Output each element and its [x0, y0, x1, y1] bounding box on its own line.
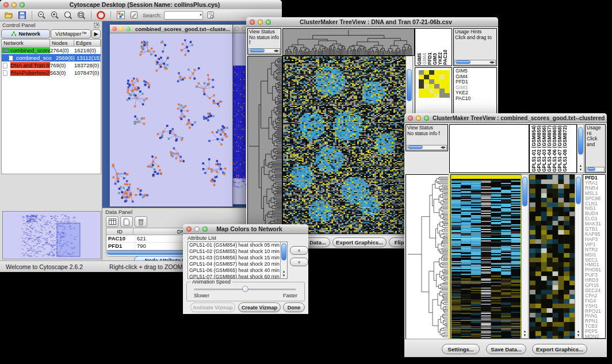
tv2-zoom-heatmap-canvas[interactable]: [529, 174, 576, 340]
frame-zoom-button[interactable]: [242, 26, 246, 31]
help-lifering-icon[interactable]: [95, 10, 106, 20]
tv2-labels-scrollbar[interactable]: ▲▼: [577, 124, 584, 173]
tv2-titlebar[interactable]: ClusterMaker TreeView : combined_scores_…: [404, 113, 607, 123]
main-titlebar[interactable]: Cytoscape Desktop (Session Name: collins…: [0, 0, 282, 10]
frame-zoom-button[interactable]: [126, 26, 131, 31]
attribute-list-scrollbar[interactable]: ▲▼: [280, 242, 287, 278]
usage-hints-scrollbar[interactable]: ◀▶: [454, 60, 496, 65]
matrix-cell: [445, 89, 450, 93]
tv2-heatmap-scrollbar[interactable]: ▲▼: [521, 174, 529, 339]
animate-vizmap-button[interactable]: Animate Vizmap: [190, 302, 235, 312]
tab-vizmapper-label: VizMapper™: [55, 30, 87, 37]
attribute-list[interactable]: GPL51-01 (GSM854) heat shock 05 minGPL51…: [188, 242, 288, 279]
minimize-button[interactable]: [12, 2, 17, 7]
tab-vizmapper[interactable]: VizMapper™: [51, 29, 91, 39]
view-status-scrollbar[interactable]: ◀▶: [407, 145, 447, 150]
tv2-array-tree-panel[interactable]: [449, 124, 529, 173]
create-vizmap-button[interactable]: Create Vizmap: [238, 302, 281, 312]
close-button[interactable]: [250, 20, 255, 25]
tv1-view-status-panel: View Status No status info f ◀▶: [247, 28, 281, 55]
tv1-usage-hints-panel: Usage Hints Click and drag to ◀▶: [453, 28, 497, 66]
close-button[interactable]: [186, 227, 192, 232]
attribute-item: GPL51-03 (GSM856) heat shock 15 min: [188, 255, 287, 261]
network-row-dna-tran[interactable]: DNA and Tran 07 769(0) 183728(0): [2, 62, 101, 69]
minimize-button[interactable]: [416, 116, 421, 121]
matrix-cell: [429, 89, 434, 93]
network-frame-main[interactable]: combined_scores_good.txt--cluste...: [109, 24, 233, 207]
delete-attribute-icon[interactable]: [135, 216, 147, 227]
tv1-export-graphics-button[interactable]: Export Graphics...: [332, 237, 387, 247]
network-frame-titlebar[interactable]: combined_scores_good.txt--cluste...: [110, 25, 232, 33]
close-button[interactable]: [408, 116, 413, 121]
float-panel-icon[interactable]: [94, 22, 100, 28]
overview-canvas[interactable]: [3, 212, 100, 258]
save-session-icon[interactable]: [17, 10, 28, 20]
usage-hints-scrollbar[interactable]: [586, 167, 605, 172]
matrix-cell: [424, 89, 429, 93]
desktop: Cytoscape Desktop (Session Name: collins…: [0, 0, 612, 364]
zoom-fit-icon[interactable]: [76, 10, 87, 20]
move-down-button[interactable]: ∨: [290, 258, 308, 266]
attribute-select-icon[interactable]: [106, 216, 118, 227]
matrix-cell: [429, 79, 434, 84]
tv1-gene-tree-canvas[interactable]: [247, 56, 282, 234]
done-button[interactable]: Done: [283, 302, 305, 312]
plugin-manager-icon[interactable]: [115, 10, 126, 20]
annotation-icon[interactable]: [128, 10, 139, 20]
tv2-gene-list[interactable]: PFD1YRA1RNR4MSL1SPC98CLN1NIS1BUD4ELG1MAK…: [583, 174, 606, 339]
tab-network[interactable]: Network: [1, 29, 50, 39]
minimize-button[interactable]: [194, 227, 200, 232]
network-view-canvas[interactable]: [110, 33, 231, 206]
index-icon[interactable]: [205, 10, 216, 20]
slider-thumb[interactable]: [242, 286, 248, 292]
tv2-gene-tree-canvas[interactable]: [406, 174, 449, 340]
frame-close-button[interactable]: [112, 26, 117, 31]
tv2-settings-button[interactable]: Settings...: [442, 344, 480, 354]
zoom-matrix: [419, 70, 450, 98]
zoom-button[interactable]: [424, 116, 429, 121]
dialog-titlebar[interactable]: Map Colors to Network: [183, 224, 308, 234]
zoom-out-icon[interactable]: [36, 10, 47, 20]
tv1-array-tree-canvas[interactable]: [282, 28, 415, 56]
close-button[interactable]: [3, 2, 9, 7]
col-nodes[interactable]: Nodes: [50, 40, 74, 46]
data-panel-title: Data Panel: [105, 209, 132, 215]
move-up-button[interactable]: ∧: [290, 246, 308, 255]
zoom-button[interactable]: [20, 2, 25, 7]
zoom-selected-icon[interactable]: [63, 10, 74, 20]
tab-overflow-arrow[interactable]: ▶: [91, 29, 101, 39]
zoom-button[interactable]: [202, 227, 208, 232]
search-dropdown-icon[interactable]: ▾: [200, 13, 202, 17]
tv2-export-graphics-button[interactable]: Export Graphics...: [532, 344, 587, 354]
search-input[interactable]: ▾: [164, 11, 203, 20]
col-network[interactable]: Network: [2, 40, 50, 46]
tv2-heatmap-canvas[interactable]: [450, 174, 522, 340]
zoom-button[interactable]: [266, 20, 271, 25]
tv2-save-data-button[interactable]: Save Data...: [486, 344, 526, 354]
new-attribute-icon[interactable]: [120, 216, 133, 227]
network-row-combined-scores[interactable]: combined_scores 2764(0) 16218(0): [2, 47, 101, 54]
col-edges[interactable]: Edges: [74, 40, 101, 46]
matrix-cell: [424, 70, 429, 75]
open-session-icon[interactable]: [3, 10, 14, 20]
animation-speed-slider[interactable]: [194, 289, 296, 290]
attribute-list-label: Attribute List: [188, 235, 216, 241]
minimize-button[interactable]: [258, 20, 263, 25]
frame-minimize-button[interactable]: [235, 26, 239, 31]
network-overview-panel[interactable]: [2, 211, 101, 259]
zoom-in-icon[interactable]: [49, 10, 60, 20]
network-row-combined-sco-selected[interactable]: combined_sco 2569(6) 13112(15): [2, 54, 101, 62]
tv1-titlebar[interactable]: ClusterMaker TreeView : DNA and Tran 07-…: [246, 17, 498, 27]
attr-col-id[interactable]: ID: [106, 228, 133, 235]
tab-network-label: Network: [18, 30, 40, 37]
view-status-scrollbar[interactable]: ◀▶: [248, 48, 280, 53]
selection-marker-line: [449, 174, 450, 339]
network-table: Network Nodes Edges combined_scores 2764…: [1, 39, 101, 174]
frame-minimize-button[interactable]: [119, 26, 124, 31]
attribute-items[interactable]: GPL51-01 (GSM854) heat shock 05 minGPL51…: [188, 242, 287, 279]
network-row-rnapuber[interactable]: RNAPuberNov2+ 563(0) 107847(0): [2, 69, 101, 76]
control-panel: Control Panel Network VizMapper™ ▶ Netwo: [0, 21, 102, 261]
tv2-zoom-scrollbar[interactable]: ▲▼: [575, 174, 582, 339]
tv1-heatmap-canvas[interactable]: [282, 56, 407, 234]
network-table-header[interactable]: Network Nodes Edges: [1, 39, 101, 47]
